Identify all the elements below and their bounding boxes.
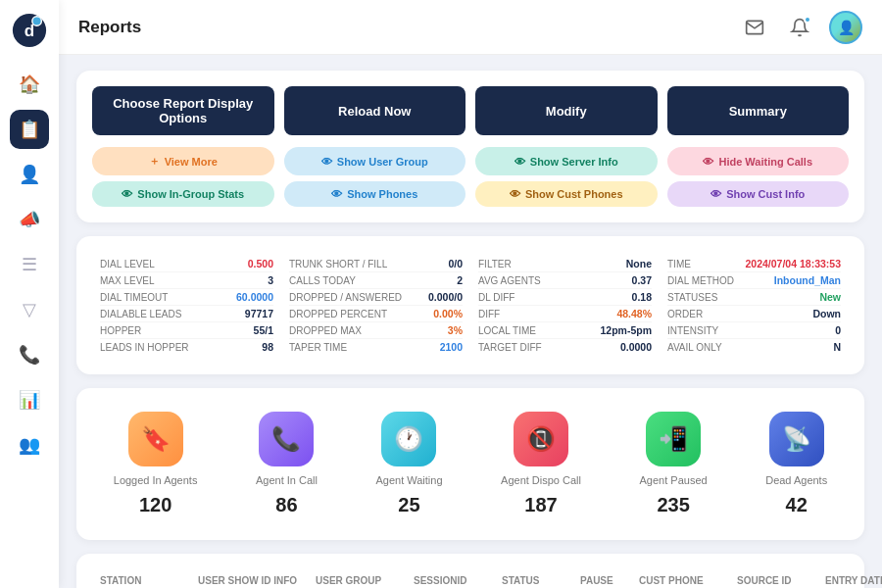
reload-now-button[interactable]: Reload Now <box>284 86 466 135</box>
col-source-id: SOURCE ID <box>737 575 825 586</box>
eye-icon-6: 👁 <box>510 188 520 200</box>
stat-time: TIME 2024/07/04 18:33:53 <box>667 256 841 272</box>
stats-col-3: FILTER None AVG AGENTS 0.37 DL DIFF 0.18… <box>470 252 660 359</box>
show-user-group-button[interactable]: 👁 Show User Group <box>284 147 466 175</box>
agent-card-paused: 📲 Agent Paused 235 <box>640 412 708 516</box>
agent-dispo-call-count: 187 <box>524 494 557 516</box>
agent-card-logged-in: 🔖 Logged In Agents 120 <box>114 412 198 516</box>
stat-intensity: INTENSITY 0 <box>667 322 841 339</box>
col-session-id: SESSIONID <box>414 575 502 586</box>
dead-agents-icon: 📡 <box>769 412 824 466</box>
agent-waiting-label: Agent Waiting <box>375 474 442 486</box>
stat-avg-agents: AVG AGENTS 0.37 <box>478 272 652 289</box>
col-user-show-id: USER SHOW ID INFO <box>198 575 316 586</box>
dead-agents-count: 42 <box>786 494 808 516</box>
agent-dispo-call-icon: 📵 <box>514 412 568 466</box>
dead-agents-label: Dead Agents <box>765 474 827 486</box>
sidebar-item-groups[interactable]: 👥 <box>10 425 49 465</box>
stat-dial-method: DIAL METHOD Inbound_Man <box>667 272 841 289</box>
stat-dial-level: DIAL LEVEL 0.500 <box>100 256 273 272</box>
agents-table-card: STATION USER SHOW ID INFO USER GROUP SES… <box>76 554 864 588</box>
show-server-info-button[interactable]: 👁 Show Server Info <box>475 147 658 175</box>
summary-button[interactable]: Summary <box>667 86 850 135</box>
col-pause: PAUSE <box>580 575 639 586</box>
stat-dropped-answered: DROPPED / ANSWERED 0.000/0 <box>289 289 463 306</box>
user-avatar[interactable]: 👤 <box>829 11 862 44</box>
agent-cards-row: 🔖 Logged In Agents 120 📞 Agent In Call 8… <box>92 404 849 524</box>
stat-dl-diff: DL DIFF 0.18 <box>478 289 652 306</box>
logged-in-agents-count: 120 <box>139 494 172 516</box>
eye-icon-5: 👁 <box>331 188 342 200</box>
agent-paused-label: Agent Paused <box>640 474 708 486</box>
show-cust-phones-button[interactable]: 👁 Show Cust Phones <box>475 181 658 207</box>
col-user-group: USER GROUP <box>316 575 414 586</box>
stat-calls-today: CALLS TODAY 2 <box>289 272 463 289</box>
sidebar-item-filter[interactable]: ▽ <box>10 290 49 329</box>
sidebar-item-home[interactable]: 🏠 <box>10 65 49 104</box>
sidebar-item-calls[interactable]: 📞 <box>10 335 49 374</box>
col-station: STATION <box>100 575 198 586</box>
stats-col-4: TIME 2024/07/04 18:33:53 DIAL METHOD Inb… <box>660 252 849 359</box>
stat-local-time: LOCAL TIME 12pm-5pm <box>478 322 652 339</box>
stat-taper-time: TAPER TIME 2100 <box>289 339 463 355</box>
main-area: Reports 👤 Choose Report <box>59 0 882 588</box>
stat-dropped-max: DROPPED MAX 3% <box>289 322 463 339</box>
plus-icon: ＋ <box>149 154 160 169</box>
show-cust-info-button[interactable]: 👁 Show Cust Info <box>667 181 850 207</box>
header: Reports 👤 <box>59 0 882 55</box>
agent-card-dispo-call: 📵 Agent Dispo Call 187 <box>501 412 581 516</box>
agent-card-waiting: 🕐 Agent Waiting 25 <box>375 412 442 516</box>
logged-in-agents-icon: 🔖 <box>128 412 183 466</box>
modify-button[interactable]: Modify <box>475 86 658 135</box>
stats-col-2: TRUNK SHORT / FILL 0/0 CALLS TODAY 2 DRO… <box>281 252 470 359</box>
agent-in-call-count: 86 <box>275 494 297 516</box>
sidebar-item-reports[interactable]: 📋 <box>10 110 49 149</box>
toolbar-card: Choose Report Display Options Reload Now… <box>76 71 864 222</box>
eye-icon-7: 👁 <box>710 188 721 200</box>
eye-icon-4: 👁 <box>122 188 132 200</box>
stat-diff: DIFF 48.48% <box>478 306 652 322</box>
app-logo: d <box>11 12 48 49</box>
agent-summary-card: 🔖 Logged In Agents 120 📞 Agent In Call 8… <box>76 388 864 540</box>
stat-max-level: MAX LEVEL 3 <box>100 272 273 289</box>
agent-in-call-icon: 📞 <box>259 412 314 466</box>
stat-dialable-leads: DIALABLE LEADS 97717 <box>100 306 273 322</box>
show-ingroup-stats-button[interactable]: 👁 Show In-Group Stats <box>92 181 274 207</box>
agent-card-dead: 📡 Dead Agents 42 <box>765 412 827 516</box>
stat-hopper: HOPPER 55/1 <box>100 322 273 339</box>
main-toolbar: Choose Report Display Options Reload Now… <box>92 86 849 135</box>
header-actions: 👤 <box>739 11 862 44</box>
agent-paused-icon: 📲 <box>646 412 701 466</box>
agent-waiting-count: 25 <box>398 494 419 516</box>
stat-order: ORDER Down <box>667 306 841 322</box>
agent-card-in-call: 📞 Agent In Call 86 <box>256 412 318 516</box>
col-entry-date: ENTRY DATE <box>825 575 882 586</box>
logged-in-agents-label: Logged In Agents <box>114 474 198 486</box>
stat-dial-timeout: DIAL TIMEOUT 60.0000 <box>100 289 273 306</box>
hide-waiting-calls-button[interactable]: 👁 Hide Waiting Calls <box>667 147 850 175</box>
content-area: Choose Report Display Options Reload Now… <box>59 55 882 588</box>
eye-icon-3: 👁 <box>703 156 713 168</box>
choose-report-button[interactable]: Choose Report Display Options <box>92 86 274 135</box>
agent-in-call-label: Agent In Call <box>256 474 318 486</box>
notification-icon[interactable] <box>784 12 815 43</box>
view-more-button[interactable]: ＋ View More <box>92 147 274 175</box>
inbox-icon[interactable] <box>739 12 770 43</box>
sidebar-item-dashboard[interactable]: 📊 <box>10 380 49 419</box>
stats-col-1: DIAL LEVEL 0.500 MAX LEVEL 3 DIAL TIMEOU… <box>92 252 281 359</box>
eye-icon-2: 👁 <box>514 156 525 168</box>
agent-paused-count: 235 <box>657 494 689 516</box>
sidebar-item-users[interactable]: 👤 <box>10 155 49 194</box>
svg-point-2 <box>32 17 42 26</box>
stat-target-diff: TARGET DIFF 0.0000 <box>478 339 652 355</box>
sidebar-item-campaigns[interactable]: 📣 <box>10 200 49 239</box>
sidebar-item-lists[interactable]: ☰ <box>10 245 49 284</box>
sidebar: d 🏠 📋 👤 📣 ☰ ▽ 📞 📊 👥 <box>0 0 59 588</box>
toggle-row-2: 👁 Show In-Group Stats 👁 Show Phones 👁 Sh… <box>92 181 849 207</box>
table-header: STATION USER SHOW ID INFO USER GROUP SES… <box>92 569 849 588</box>
stat-leads-in-hopper: LEADS IN HOPPER 98 <box>100 339 273 355</box>
show-phones-button[interactable]: 👁 Show Phones <box>284 181 466 207</box>
col-cust-phone: CUST PHONE <box>639 575 737 586</box>
eye-icon-1: 👁 <box>321 156 332 168</box>
stats-card: DIAL LEVEL 0.500 MAX LEVEL 3 DIAL TIMEOU… <box>76 236 864 374</box>
